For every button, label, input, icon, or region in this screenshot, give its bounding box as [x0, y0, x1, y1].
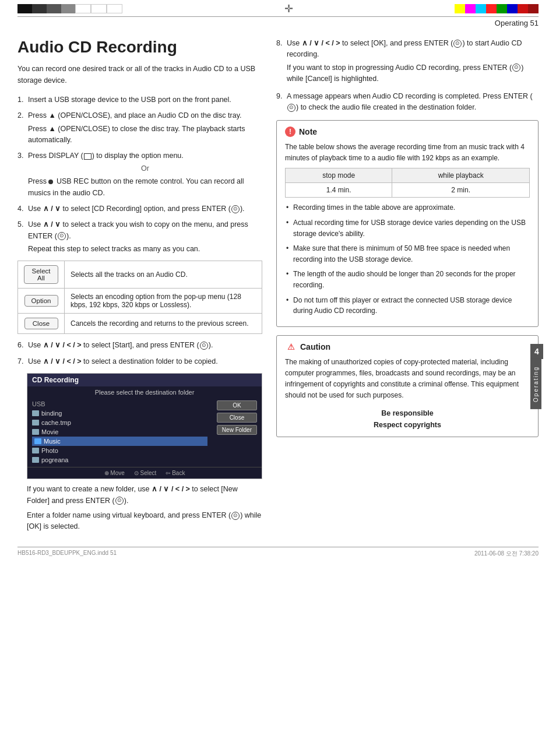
note-title: ! Note: [285, 126, 530, 137]
chapter-title: Audio CD Recording: [17, 38, 262, 57]
screenshot-subtitle: Please select the destination folder: [27, 386, 262, 398]
color-bar-right: [455, 4, 539, 13]
close-button[interactable]: Close: [24, 318, 58, 329]
step-7-text: Use ∧ / ∨ / < / > to select a destinatio…: [28, 357, 218, 365]
step-9: 9. A message appears when Audio CD recor…: [276, 91, 539, 114]
step-1-num: 1.: [17, 94, 23, 106]
steps-list-2: 6. Use ∧ / ∨ / < / > to select [Start], …: [17, 340, 262, 367]
footer-back: ⇦ Back: [166, 470, 185, 476]
chapter-number: 4: [530, 344, 543, 359]
select-all-button[interactable]: Select All: [24, 265, 58, 284]
swatch-4: [61, 4, 76, 13]
note-bullets: Recording times in the table above are a…: [285, 202, 530, 316]
color-bar-area: ✛: [0, 0, 556, 13]
swatch-dr: [518, 4, 528, 13]
swatch-r: [486, 4, 497, 13]
step-3: 3. Press DISPLAY () to display the optio…: [17, 150, 262, 199]
file-item-selected[interactable]: Music: [32, 437, 207, 446]
right-column: 8. Use ∧ / ∨ / < / > to select [OK], and…: [276, 38, 539, 536]
swatch-m: [465, 4, 476, 13]
swatch-1: [17, 4, 32, 13]
swatch-2: [32, 4, 47, 13]
note-bullet-3: Make sure that there is minimum of 50 MB…: [285, 243, 530, 265]
select-all-desc: Selects all the tracks on an Audio CD.: [65, 261, 262, 289]
note-cell-2: 2 min.: [392, 183, 530, 198]
step-5-sub: Repeat this step to select tracks as man…: [28, 244, 262, 255]
swatch-5: [75, 4, 91, 13]
table-row: Select All Selects all the tracks on an …: [18, 261, 262, 289]
intro-text: You can record one desired track or all …: [17, 64, 262, 86]
screenshot-title: CD Recording: [27, 374, 262, 386]
note-icon: !: [285, 126, 295, 137]
note-table: stop mode while playback 1.4 min. 2 min.: [285, 168, 530, 198]
caution-box: ⚠ Caution The making of unauthorized cop…: [276, 335, 539, 437]
swatch-g: [497, 4, 507, 13]
footer-select: ⊙ Select: [134, 470, 157, 476]
step-4: 4. Use ∧ / ∨ to select [CD Recording] op…: [17, 203, 262, 215]
caution-title-text: Caution: [300, 342, 330, 351]
step-2-num: 2.: [17, 110, 23, 121]
step-1: 1. Insert a USB storage device to the US…: [17, 94, 262, 106]
new-folder-button[interactable]: New Folder: [217, 425, 257, 435]
step-7: 7. Use ∧ / ∨ / < / > to select a destina…: [17, 356, 262, 367]
step-2-text: Press ▲ (OPEN/CLOSE), and place an Audio…: [28, 111, 241, 119]
note-bullet-4: The length of the audio should be longer…: [285, 269, 530, 290]
step-1-text: Insert a USB storage device to the USB p…: [28, 96, 231, 104]
table-row: Close Cancels the recording and returns …: [18, 314, 262, 334]
button-table: Select All Selects all the tracks on an …: [17, 261, 262, 334]
file-item: Photo: [32, 446, 207, 455]
swatch-6: [91, 4, 107, 13]
option-desc: Selects an encoding option from the pop-…: [65, 289, 262, 314]
ok-button[interactable]: OK: [217, 400, 257, 410]
note-bullet-1: Recording times in the table above are a…: [285, 202, 530, 213]
enter-folder-text: Enter a folder name using virtual keyboa…: [17, 510, 262, 533]
step-3-text: Press DISPLAY () to display the option m…: [28, 152, 184, 160]
file-item: cache.tmp: [32, 418, 207, 427]
caution-bold-line1: Be responsible: [381, 409, 434, 417]
note-box: ! Note The table below shows the average…: [276, 120, 539, 327]
screenshot-box: CD Recording Please select the destinati…: [27, 373, 262, 479]
close-cell: Close: [18, 314, 65, 334]
step-3-sub: Press USB REC button on the remote contr…: [28, 176, 262, 199]
close-desc: Cancels the recording and returns to the…: [65, 314, 262, 334]
new-folder-text: If you want to create a new folder, use …: [17, 484, 262, 507]
step-7-num: 7.: [17, 356, 23, 367]
step-6: 6. Use ∧ / ∨ / < / > to select [Start], …: [17, 340, 262, 351]
note-title-text: Note: [299, 127, 317, 136]
step-8-num: 8.: [276, 38, 282, 49]
close-screenshot-button[interactable]: Close: [217, 413, 257, 423]
swatch-c: [476, 4, 486, 13]
step-8-sub: If you want to stop in progressing Audio…: [287, 62, 539, 85]
step-8: 8. Use ∧ / ∨ / < / > to select [OK], and…: [276, 38, 539, 85]
step-3-or: Or: [28, 163, 262, 174]
swatch-7: [107, 4, 122, 13]
steps-right: 8. Use ∧ / ∨ / < / > to select [OK], and…: [276, 38, 539, 113]
compass-icon: ✛: [282, 2, 295, 15]
option-button[interactable]: Option: [24, 295, 58, 307]
step-9-num: 9.: [276, 91, 282, 102]
chapter-sidebar: 4 Operating: [530, 344, 543, 409]
note-cell-1: 1.4 min.: [286, 183, 392, 198]
steps-list: 1. Insert a USB storage device to the US…: [17, 94, 262, 255]
note-table-header-1: stop mode: [286, 168, 392, 183]
file-item: pogreana: [32, 455, 207, 465]
caution-bold: Be responsible Respect copyrights: [285, 407, 530, 431]
note-bullet-5: Do not turn off this player or extract t…: [285, 295, 530, 317]
page: ✛ Operating 51 Audio CD Recording You ca…: [0, 0, 556, 756]
caution-title: ⚠ Caution: [285, 342, 530, 352]
caution-bold-line2: Respect copyrights: [374, 421, 441, 429]
step-5: 5. Use ∧ / ∨ to select a track you wish …: [17, 219, 262, 255]
footer-move: ⊕ Move: [104, 470, 125, 476]
step-4-num: 4.: [17, 203, 23, 215]
caution-text: The making of unauthorized copies of cop…: [285, 357, 530, 402]
color-bar-left: [17, 4, 122, 13]
usb-label: USB: [32, 400, 207, 407]
screenshot-footer: ⊕ Move ⊙ Select ⇦ Back: [27, 467, 262, 479]
swatch-vdr: [528, 4, 539, 13]
select-all-cell: Select All: [18, 261, 65, 289]
table-row: Option Selects an encoding option from t…: [18, 289, 262, 314]
footer-left: HB516-RD3_BDEUPPK_ENG.indd 51: [17, 550, 117, 558]
left-column: Audio CD Recording You can record one de…: [17, 38, 262, 536]
option-cell: Option: [18, 289, 65, 314]
header-line: Operating 51: [17, 16, 539, 27]
